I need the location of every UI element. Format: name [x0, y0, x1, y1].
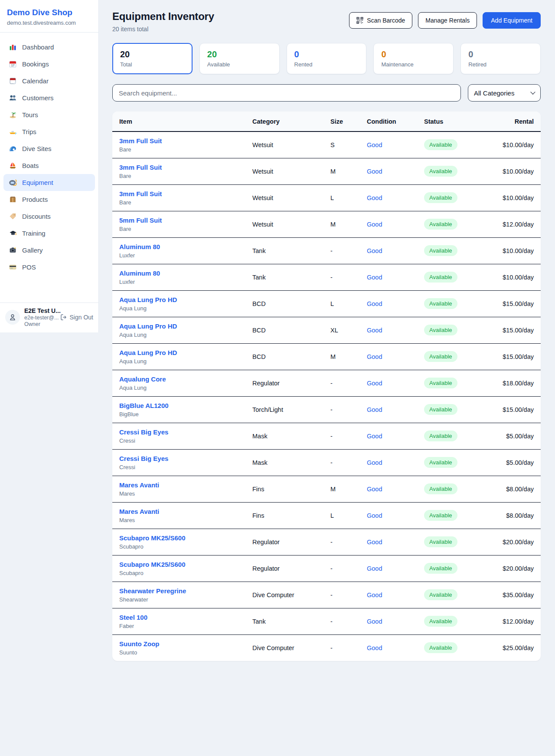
status-badge: Available	[424, 404, 457, 415]
barcode-scan-icon	[356, 17, 363, 24]
item-name-link[interactable]: 5mm Full Suit	[119, 217, 245, 224]
condition-link[interactable]: Good	[367, 512, 382, 519]
item-name-link[interactable]: Aluminum 80	[119, 270, 245, 277]
sidebar-item-gallery[interactable]: Gallery	[3, 242, 95, 259]
item-name-link[interactable]: Shearwater Peregrine	[119, 587, 245, 595]
item-name-link[interactable]: 3mm Full Suit	[119, 190, 245, 197]
condition-link[interactable]: Good	[367, 141, 382, 148]
item-name-link[interactable]: Steel 100	[119, 614, 245, 621]
status-badge: Available	[424, 642, 457, 653]
sidebar-item-customers[interactable]: Customers	[3, 89, 95, 106]
table-row: Aqualung CoreAqua LungRegulator-GoodAvai…	[112, 370, 541, 396]
stat-card-retired[interactable]: 0Retired	[460, 43, 541, 74]
item-name-link[interactable]: Aqualung Core	[119, 375, 245, 383]
item-category: BCD	[245, 290, 323, 317]
stat-card-rented[interactable]: 0Rented	[287, 43, 367, 74]
item-category: Wetsuit	[245, 211, 323, 237]
item-name-link[interactable]: Cressi Big Eyes	[119, 428, 245, 436]
sidebar-item-products[interactable]: Products	[3, 191, 95, 208]
condition-link[interactable]: Good	[367, 592, 382, 598]
condition-link[interactable]: Good	[367, 565, 382, 572]
item-size: -	[323, 264, 360, 290]
grad-cap-icon	[9, 230, 17, 237]
package-icon	[9, 196, 17, 204]
condition-link[interactable]: Good	[367, 380, 382, 387]
item-category: Mask	[245, 423, 323, 449]
condition-link[interactable]: Good	[367, 327, 382, 334]
item-size: -	[323, 396, 360, 423]
table-row: Scubapro MK25/S600ScubaproRegulator-Good…	[112, 555, 541, 582]
item-rental-rate: $12.00/day	[482, 608, 541, 634]
stat-label: Retired	[468, 61, 533, 68]
item-name-link[interactable]: Mares Avanti	[119, 481, 245, 489]
sidebar-nav: Dashboard17BookingsCalendarCustomersTour…	[0, 33, 98, 302]
item-name-link[interactable]: Scubapro MK25/S600	[119, 534, 245, 542]
brand-title[interactable]: Demo Dive Shop	[7, 8, 91, 17]
condition-link[interactable]: Good	[367, 433, 382, 440]
camera-icon	[9, 247, 17, 254]
scan-barcode-button[interactable]: Scan Barcode	[349, 12, 412, 29]
stat-card-available[interactable]: 20Available	[199, 43, 280, 74]
item-rental-rate: $8.00/day	[482, 476, 541, 502]
item-name-link[interactable]: Aluminum 80	[119, 243, 245, 250]
item-rental-rate: $20.00/day	[482, 555, 541, 582]
item-name-link[interactable]: Scubapro MK25/S600	[119, 561, 245, 568]
condition-link[interactable]: Good	[367, 539, 382, 546]
sidebar-item-dive-sites[interactable]: Dive Sites	[3, 140, 95, 157]
item-name-link[interactable]: BigBlue AL1200	[119, 402, 245, 409]
sidebar-item-boats[interactable]: Boats	[3, 157, 95, 174]
sidebar-item-tours[interactable]: Tours	[3, 106, 95, 123]
item-rental-rate: $5.00/day	[482, 449, 541, 476]
item-name-link[interactable]: 3mm Full Suit	[119, 164, 245, 171]
condition-link[interactable]: Good	[367, 406, 382, 413]
equipment-table-card: ItemCategorySizeConditionStatusRental 3m…	[112, 112, 541, 661]
condition-link[interactable]: Good	[367, 459, 382, 466]
condition-link[interactable]: Good	[367, 247, 382, 254]
item-name-link[interactable]: Suunto Zoop	[119, 640, 245, 648]
item-rental-rate: $10.00/day	[482, 264, 541, 290]
stat-card-maintenance[interactable]: 0Maintenance	[373, 43, 454, 74]
sidebar-item-trips[interactable]: Trips	[3, 123, 95, 140]
condition-link[interactable]: Good	[367, 274, 382, 281]
search-input[interactable]	[112, 84, 461, 102]
item-category: Torch/Light	[245, 396, 323, 423]
condition-link[interactable]: Good	[367, 168, 382, 175]
status-badge: Available	[424, 298, 457, 309]
stat-value: 20	[120, 49, 185, 59]
add-equipment-button[interactable]: Add Equipment	[483, 12, 541, 29]
item-brand: Scubapro	[119, 570, 245, 576]
condition-link[interactable]: Good	[367, 618, 382, 625]
item-brand: Mares	[119, 490, 245, 497]
condition-link[interactable]: Good	[367, 353, 382, 360]
sidebar-item-discounts[interactable]: Discounts	[3, 208, 95, 225]
status-badge: Available	[424, 166, 457, 177]
sidebar-item-bookings[interactable]: 17Bookings	[3, 56, 95, 72]
sidebar-item-equipment[interactable]: Equipment	[3, 174, 95, 191]
item-name-link[interactable]: 3mm Full Suit	[119, 137, 245, 145]
item-size: -	[323, 529, 360, 555]
stat-card-total[interactable]: 20Total	[112, 43, 193, 74]
condition-link[interactable]: Good	[367, 644, 382, 651]
item-name-link[interactable]: Aqua Lung Pro HD	[119, 322, 245, 330]
item-size: -	[323, 423, 360, 449]
condition-link[interactable]: Good	[367, 300, 382, 307]
condition-link[interactable]: Good	[367, 221, 382, 228]
item-name-link[interactable]: Aqua Lung Pro HD	[119, 349, 245, 356]
item-name-link[interactable]: Aqua Lung Pro HD	[119, 296, 245, 303]
table-row: Cressi Big EyesCressiMask-GoodAvailable$…	[112, 423, 541, 449]
category-select[interactable]: All Categories	[468, 84, 541, 102]
item-size: M	[323, 158, 360, 184]
sidebar-item-dashboard[interactable]: Dashboard	[3, 39, 95, 56]
sidebar-item-training[interactable]: Training	[3, 225, 95, 242]
sign-out-button[interactable]: Sign Out	[60, 314, 93, 321]
item-size: -	[323, 449, 360, 476]
status-badge: Available	[424, 536, 457, 547]
sidebar-item-calendar[interactable]: Calendar	[3, 72, 95, 89]
condition-link[interactable]: Good	[367, 194, 382, 201]
item-name-link[interactable]: Cressi Big Eyes	[119, 455, 245, 462]
status-badge: Available	[424, 563, 457, 574]
sidebar-item-pos[interactable]: POS	[3, 259, 95, 276]
item-name-link[interactable]: Mares Avanti	[119, 508, 245, 515]
condition-link[interactable]: Good	[367, 486, 382, 493]
manage-rentals-button[interactable]: Manage Rentals	[418, 12, 477, 29]
